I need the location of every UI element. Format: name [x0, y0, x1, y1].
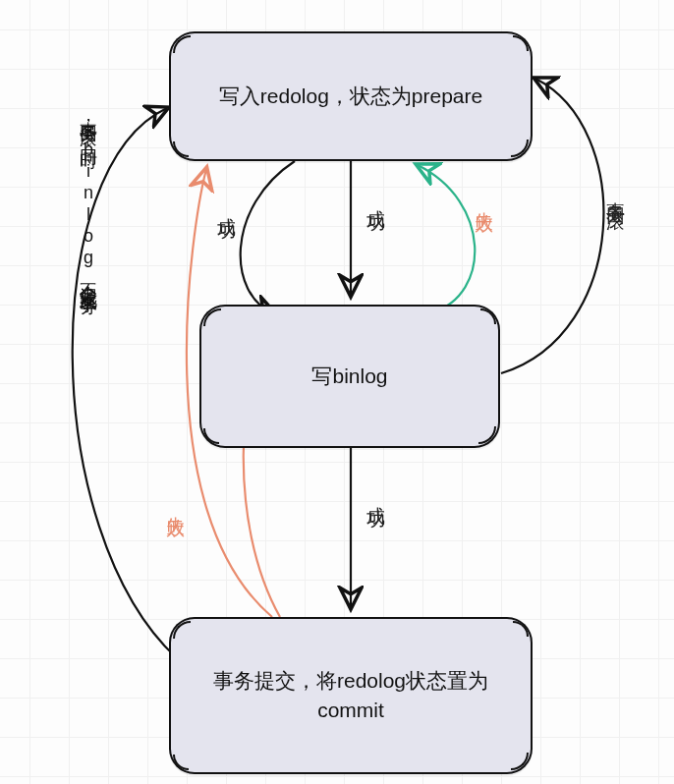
edge-n2-n1-fail — [418, 165, 475, 312]
node-write-binlog: 写binlog — [199, 305, 500, 448]
edge-n1-n2-left — [241, 161, 295, 314]
node-write-binlog-label: 写binlog — [311, 362, 387, 391]
node-commit: 事务提交，将redolog状态置为commit — [169, 617, 533, 774]
label-n2-n1-rollback: 事务回滚 — [603, 187, 629, 198]
label-n2-n3-success: 成功 — [364, 491, 389, 497]
label-n3-n1-longnote: 事务回滚，同时binlog不会记录此次事务 — [77, 108, 100, 285]
label-n2-n1-fail: 失败 — [472, 196, 497, 202]
label-n1-n2-success-center: 成功 — [364, 195, 389, 200]
node-redolog-prepare: 写入redolog，状态为prepare — [169, 31, 533, 161]
node-commit-label: 事务提交，将redolog状态置为commit — [187, 666, 515, 726]
diagram-stage: 写入redolog，状态为prepare 写binlog 事务提交，将redol… — [0, 0, 674, 784]
label-n1-n2-success-left: 成功 — [214, 202, 240, 208]
node-redolog-prepare-label: 写入redolog，状态为prepare — [219, 82, 482, 111]
label-n3-fail: 失败 — [163, 501, 189, 507]
